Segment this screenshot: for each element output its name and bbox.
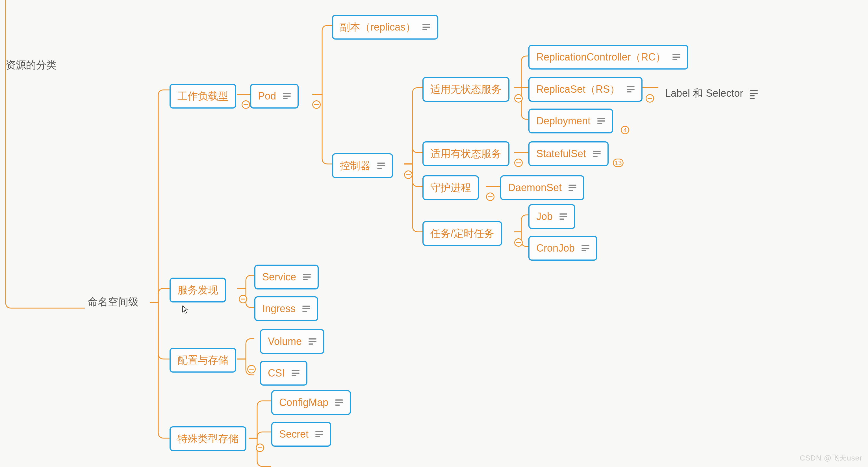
label: Ingress [262, 303, 296, 314]
collapse-toggle[interactable] [486, 193, 494, 201]
notes-icon [283, 93, 291, 99]
collapse-toggle[interactable] [646, 94, 654, 103]
notes-icon [582, 245, 589, 251]
label: 命名空间级 [88, 296, 138, 308]
node-daemonset[interactable]: DaemonSet [500, 175, 584, 200]
label: 任务/定时任务 [430, 228, 494, 239]
notes-icon [597, 118, 605, 124]
child-count-badge[interactable]: 13 [613, 158, 624, 167]
label: Deployment [536, 115, 591, 127]
label: Label 和 Selector [665, 88, 743, 99]
label: DaemonSet [508, 182, 562, 193]
node-ctrl-jobs[interactable]: 任务/定时任务 [423, 221, 502, 246]
notes-icon [673, 54, 680, 60]
label: 适用无状态服务 [430, 84, 501, 95]
collapse-toggle[interactable] [256, 443, 264, 452]
collapse-toggle[interactable] [242, 100, 250, 109]
node-ingress[interactable]: Ingress [254, 296, 318, 321]
label: Service [262, 271, 296, 283]
label: Secret [279, 429, 309, 440]
collapse-toggle[interactable] [247, 365, 256, 373]
collapse-toggle[interactable] [514, 238, 523, 247]
node-ctrl-daemon[interactable]: 守护进程 [423, 175, 479, 200]
node-rs[interactable]: ReplicaSet（RS） [528, 77, 643, 102]
notes-icon [568, 184, 577, 191]
csdn-watermark: CSDN @飞天user [800, 453, 862, 463]
node-controller[interactable]: 控制器 [332, 153, 393, 178]
node-cronjob[interactable]: CronJob [528, 236, 597, 261]
collapse-toggle[interactable] [239, 295, 247, 303]
collapse-toggle[interactable] [514, 158, 523, 167]
label: 副本（replicas） [340, 22, 415, 33]
mouse-cursor-icon [182, 305, 189, 314]
collapse-toggle[interactable] [514, 94, 523, 103]
node-service-discovery[interactable]: 服务发现 [169, 278, 226, 302]
node-deployment[interactable]: Deployment [528, 109, 613, 134]
collapse-toggle[interactable] [404, 171, 412, 179]
label: CSI [268, 368, 285, 379]
label: Pod [258, 90, 276, 102]
notes-icon [302, 305, 310, 312]
label: ReplicaSet（RS） [536, 84, 620, 95]
label: 适用有状态服务 [430, 148, 501, 159]
notes-icon [303, 274, 311, 280]
node-configmap[interactable]: ConfigMap [271, 390, 351, 415]
notes-icon [559, 213, 567, 220]
node-volume[interactable]: Volume [260, 329, 324, 354]
label: 控制器 [340, 160, 370, 171]
node-workload[interactable]: 工作负载型 [169, 84, 236, 109]
notes-icon [423, 24, 430, 30]
notes-icon [315, 431, 323, 437]
notes-icon [309, 339, 316, 345]
label: ReplicationController（RC） [536, 52, 666, 63]
node-ctrl-stateful[interactable]: 适用有状态服务 [423, 141, 509, 166]
notes-icon [593, 151, 601, 157]
node-csi[interactable]: CSI [260, 361, 307, 386]
notes-icon [335, 400, 343, 406]
label: 配置与存储 [178, 354, 228, 366]
label: Volume [268, 336, 302, 347]
label: 服务发现 [178, 284, 218, 296]
label: 资源的分类 [6, 59, 57, 71]
node-statefulset[interactable]: StatefulSet [528, 141, 609, 166]
node-rc[interactable]: ReplicationController（RC） [528, 45, 688, 69]
label: CronJob [536, 242, 575, 254]
node-job[interactable]: Job [528, 204, 575, 229]
notes-icon [750, 90, 758, 96]
mindmap-canvas[interactable]: 资源的分类 命名空间级 工作负载型 Pod 副本（replicas） 控制器 适… [0, 0, 868, 467]
label: 工作负载型 [178, 90, 228, 102]
label: Job [536, 211, 553, 222]
level-namespace[interactable]: 命名空间级 [88, 296, 138, 308]
node-label-selector[interactable]: Label 和 Selector [658, 82, 765, 105]
notes-icon [291, 370, 300, 376]
node-special-storage[interactable]: 特殊类型存储 [169, 426, 246, 451]
label: 守护进程 [430, 182, 471, 193]
node-storage[interactable]: 配置与存储 [169, 348, 236, 373]
label: 特殊类型存储 [178, 433, 239, 444]
collapse-toggle[interactable] [312, 100, 321, 109]
notes-icon [627, 86, 634, 92]
child-count-badge[interactable]: 4 [621, 126, 629, 134]
notes-icon [377, 163, 385, 169]
node-ctrl-stateless[interactable]: 适用无状态服务 [423, 77, 509, 102]
label: ConfigMap [279, 397, 328, 408]
node-secret[interactable]: Secret [271, 422, 331, 447]
label: StatefulSet [536, 148, 586, 159]
root-resource-classification[interactable]: 资源的分类 [6, 59, 57, 71]
node-service[interactable]: Service [254, 265, 319, 289]
node-replicas[interactable]: 副本（replicas） [332, 15, 438, 39]
node-pod[interactable]: Pod [250, 84, 299, 109]
